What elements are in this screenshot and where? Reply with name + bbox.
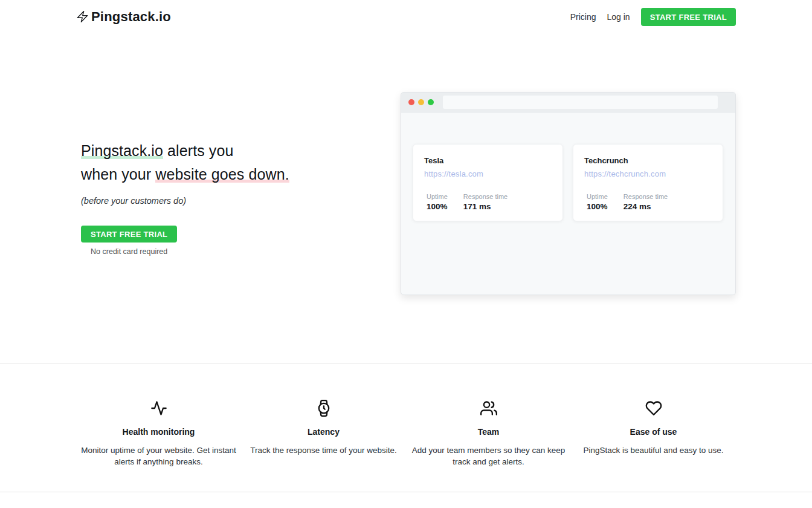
uptime-stat: Uptime 100% [587, 193, 608, 211]
feature-description: Track the response time of your website. [245, 444, 402, 456]
monitor-card-tesla: Tesla https://tesla.com Uptime 100% Resp… [413, 144, 563, 221]
monitor-card-techcrunch: Techcrunch https://techcrunch.com Uptime… [573, 144, 723, 221]
monitor-url: https://tesla.com [424, 169, 552, 178]
users-icon [480, 400, 497, 419]
plans-section: PLANS [0, 492, 812, 508]
watch-icon [315, 400, 332, 419]
minimize-dot-icon [418, 99, 424, 105]
monitor-stats: Uptime 100% Response time 171 ms [424, 193, 552, 211]
feature-title: Latency [245, 427, 402, 437]
browser-title-bar [401, 93, 735, 112]
logo[interactable]: Pingstack.io [76, 9, 171, 25]
feature-latency: Latency Track the response time of your … [241, 400, 406, 467]
heart-icon [645, 400, 662, 419]
lightning-icon [76, 10, 89, 23]
response-time-label: Response time [624, 193, 668, 200]
hero-microcopy: No credit card required [81, 247, 177, 256]
close-dot-icon [408, 99, 414, 105]
browser-mockup: Tesla https://tesla.com Uptime 100% Resp… [401, 92, 736, 295]
hero-heading: Pingstack.io alerts youwhen your website… [81, 139, 289, 186]
maximize-dot-icon [428, 99, 434, 105]
feature-description: Add your team members so they can keep t… [410, 444, 567, 467]
uptime-label: Uptime [427, 193, 448, 200]
hero-heading-line2-pre: when your [81, 166, 155, 183]
nav-start-trial-button[interactable]: START FREE TRIAL [641, 8, 736, 26]
response-time-value: 224 ms [624, 202, 668, 211]
uptime-stat: Uptime 100% [427, 193, 448, 211]
response-time-value: 171 ms [463, 202, 507, 211]
uptime-label: Uptime [587, 193, 608, 200]
features-section: Health monitoring Monitor uptime of your… [76, 363, 736, 492]
feature-title: Team [410, 427, 567, 437]
monitor-url: https://techcrunch.com [584, 169, 712, 178]
feature-description: Monitor uptime of your website. Get inst… [80, 444, 237, 467]
browser-body: Tesla https://tesla.com Uptime 100% Resp… [401, 112, 735, 221]
activity-icon [150, 400, 167, 419]
feature-description: PingStack is beautiful and easy to use. [575, 444, 732, 456]
hero-start-trial-button[interactable]: START FREE TRIAL [81, 226, 177, 243]
feature-team: Team Add your team members so they can k… [406, 400, 571, 467]
hero-heading-highlight-pink: website goes down. [155, 166, 289, 183]
uptime-value: 100% [587, 202, 608, 211]
monitor-stats: Uptime 100% Response time 224 ms [584, 193, 712, 211]
header: Pingstack.io Pricing Log in START FREE T… [76, 0, 736, 27]
hero-text: Pingstack.io alerts youwhen your website… [76, 92, 289, 295]
hero-heading-rest: alerts you [163, 142, 233, 159]
feature-title: Ease of use [575, 427, 732, 437]
monitor-name: Techcrunch [584, 156, 712, 165]
monitor-name: Tesla [424, 156, 552, 165]
brand-name: Pingstack.io [91, 9, 171, 25]
url-bar [443, 96, 718, 109]
response-time-label: Response time [463, 193, 507, 200]
main-nav: Pricing Log in START FREE TRIAL [570, 8, 736, 26]
response-time-stat: Response time 224 ms [624, 193, 668, 211]
nav-pricing[interactable]: Pricing [570, 12, 596, 22]
feature-ease-of-use: Ease of use PingStack is beautiful and e… [571, 400, 736, 467]
hero-section: Pingstack.io alerts youwhen your website… [76, 27, 736, 363]
hero-subtitle: (before your customers do) [81, 196, 289, 206]
response-time-stat: Response time 171 ms [463, 193, 507, 211]
uptime-value: 100% [427, 202, 448, 211]
hero-heading-highlight-green: Pingstack.io [81, 142, 163, 159]
feature-health-monitoring: Health monitoring Monitor uptime of your… [76, 400, 241, 467]
hero-cta-wrap: START FREE TRIAL No credit card required [81, 226, 177, 256]
feature-title: Health monitoring [80, 427, 237, 437]
nav-login[interactable]: Log in [607, 12, 630, 22]
